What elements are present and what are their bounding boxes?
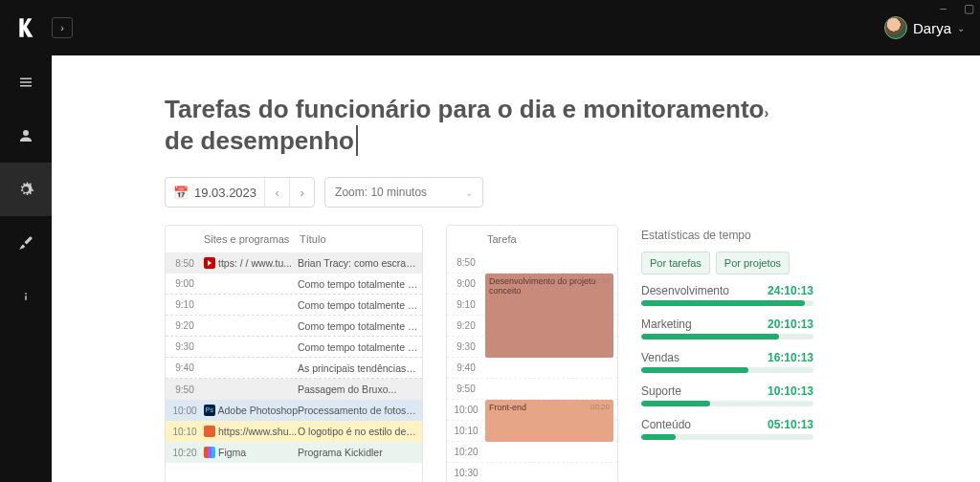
app-logo xyxy=(15,14,42,41)
row-time: 10:10 xyxy=(166,427,204,437)
stat-name: Conteúdo xyxy=(641,418,691,431)
stat-bar xyxy=(641,300,813,306)
row-time: 8:50 xyxy=(166,258,204,269)
row-time: 9:50 xyxy=(166,384,204,395)
row-title: Como tempo totalmente automático... xyxy=(298,320,422,332)
stats-title: Estatísticas de tempo xyxy=(641,229,813,242)
window-max[interactable]: ▢ xyxy=(964,2,974,15)
activity-header: Sites e programas Título xyxy=(166,226,422,252)
stat-value: 16:10:13 xyxy=(768,351,813,364)
tarefa-row: 9:20 xyxy=(447,316,617,337)
activity-row[interactable]: 9:00Como tempo totalmente automático... xyxy=(166,274,422,295)
stat-value: 20:10:13 xyxy=(768,318,813,331)
calendar-icon: 📅 xyxy=(173,186,189,200)
stat-bar xyxy=(641,401,813,406)
app-header: › Darya ⌄ xyxy=(0,0,980,55)
row-title: O logotipo é no estilo de um mini... xyxy=(298,426,422,437)
tarefa-row: 9:00Desenvolvimento do projeto conceito0… xyxy=(447,274,617,295)
stats-panel: Estatísticas de tempo Por tarefas Por pr… xyxy=(641,225,813,482)
stat-row: Conteúdo05:10:13 xyxy=(641,418,813,440)
activity-row[interactable]: 9:20Como tempo totalmente automático... xyxy=(166,316,422,337)
tarefa-panel: Tarefa 8:509:00Desenvolvimento do projet… xyxy=(446,225,618,482)
sidebar-item-user[interactable] xyxy=(0,109,52,163)
chevron-down-icon: ⌄ xyxy=(957,23,965,33)
tarefa-row: 10:00Front-end00:20 xyxy=(447,400,617,421)
zoom-label: Zoom: 10 minutos xyxy=(335,186,427,199)
avatar xyxy=(884,16,907,39)
stat-bar xyxy=(641,334,813,340)
row-title: Programa Kickidler xyxy=(298,447,422,458)
stat-row: Vendas16:10:13 xyxy=(641,351,813,373)
window-min[interactable]: – xyxy=(940,2,947,15)
window-controls: – ▢ xyxy=(940,2,974,15)
tarefa-header: Tarefa xyxy=(447,226,617,252)
activity-row[interactable]: 8:50ttps: / / www.tu...Brian Tracy: como… xyxy=(166,252,422,274)
date-value: 19.03.2023 xyxy=(194,186,256,200)
user-menu[interactable]: Darya ⌄ xyxy=(884,16,965,39)
sidebar xyxy=(0,55,52,482)
tarefa-row: 9:30 xyxy=(447,337,617,358)
tarefa-row: 10:20 xyxy=(447,442,617,463)
chevron-down-icon: ⌄ xyxy=(465,187,473,198)
tab-por-tarefas[interactable]: Por tarefas xyxy=(641,252,710,274)
col-sites: Sites e programas xyxy=(204,233,300,245)
stat-value: 24:10:13 xyxy=(768,284,813,297)
activity-row[interactable]: 9:40As principais tendências do inverno.… xyxy=(166,358,422,379)
row-time: 9:20 xyxy=(166,320,204,331)
row-site: Figma xyxy=(204,447,298,458)
activity-row[interactable]: 10:20FigmaPrograma Kickidler xyxy=(166,442,422,463)
fg-icon xyxy=(204,447,215,458)
row-time: 9:10 xyxy=(166,299,204,310)
row-title: Brian Tracy: como escravo... xyxy=(298,257,422,269)
tarefa-row: 10:10 xyxy=(447,421,617,442)
row-title: Como tempo totalmente automático... xyxy=(298,341,422,353)
activity-row[interactable]: 9:30Como tempo totalmente automático... xyxy=(166,337,422,358)
row-title: Processamento de fotos de paisagem... xyxy=(298,405,422,416)
activity-row[interactable]: 9:50Passagem do Bruxo... xyxy=(166,379,422,400)
tab-por-projetos[interactable]: Por projetos xyxy=(716,252,790,274)
row-title: Como tempo totalmente automático... xyxy=(298,278,422,290)
row-site: https://www.shu... xyxy=(204,426,298,437)
row-time: 9:30 xyxy=(166,341,204,352)
stat-name: Desenvolvimento xyxy=(641,284,729,297)
row-title: Como tempo totalmente automático... xyxy=(298,299,422,311)
tarefa-row: 10:30 xyxy=(447,463,617,482)
main-content: Tarefas do funcionário para o dia e moni… xyxy=(52,55,980,482)
stat-row: Marketing20:10:13 xyxy=(641,318,813,340)
stat-name: Vendas xyxy=(641,351,679,364)
stat-row: Suporte10:10:13 xyxy=(641,384,813,406)
row-site: ttps: / / www.tu... xyxy=(204,257,298,269)
date-picker[interactable]: 📅 19.03.2023 ‹ › xyxy=(165,177,315,208)
activity-row[interactable]: 10:00PsAdobe PhotoshopProcessamento de f… xyxy=(166,400,422,421)
ps-icon: Ps xyxy=(204,405,215,416)
stat-bar xyxy=(641,434,813,440)
sidebar-item-settings[interactable] xyxy=(0,163,52,216)
row-time: 10:20 xyxy=(166,448,204,458)
activity-panel: Sites e programas Título 8:50ttps: / / w… xyxy=(165,225,423,482)
zoom-select[interactable]: Zoom: 10 minutos ⌄ xyxy=(324,177,483,208)
tarefa-row: 9:40 xyxy=(447,358,617,379)
stat-name: Marketing xyxy=(641,318,692,331)
row-time: 10:00 xyxy=(166,405,204,416)
stat-row: Desenvolvimento24:10:13 xyxy=(641,284,813,306)
stat-name: Suporte xyxy=(641,384,681,398)
activity-row[interactable]: 10:10https://www.shu...O logotipo é no e… xyxy=(166,421,422,442)
sidebar-item-tools[interactable] xyxy=(0,216,52,270)
sidebar-item-list[interactable] xyxy=(0,55,52,109)
sidebar-item-info[interactable] xyxy=(0,270,52,323)
stat-bar xyxy=(641,367,813,373)
sidebar-expand-button[interactable]: › xyxy=(52,17,73,38)
row-title: Passagem do Bruxo... xyxy=(298,383,422,395)
row-title: As principais tendências do inverno... xyxy=(298,362,422,374)
tarefa-row: 8:50 xyxy=(447,252,617,274)
date-prev-button[interactable]: ‹ xyxy=(264,178,289,207)
col-title: Título xyxy=(300,233,422,245)
stat-value: 10:10:13 xyxy=(768,384,813,398)
tarefa-row: 9:10 xyxy=(447,295,617,316)
tarefa-row: 9:50 xyxy=(447,379,617,400)
date-next-button[interactable]: › xyxy=(289,178,314,207)
row-site: PsAdobe Photoshop xyxy=(204,405,298,416)
page-title: Tarefas do funcionário para o dia e moni… xyxy=(165,94,980,156)
row-time: 9:40 xyxy=(166,362,204,373)
activity-row[interactable]: 9:10Como tempo totalmente automático... xyxy=(166,295,422,316)
